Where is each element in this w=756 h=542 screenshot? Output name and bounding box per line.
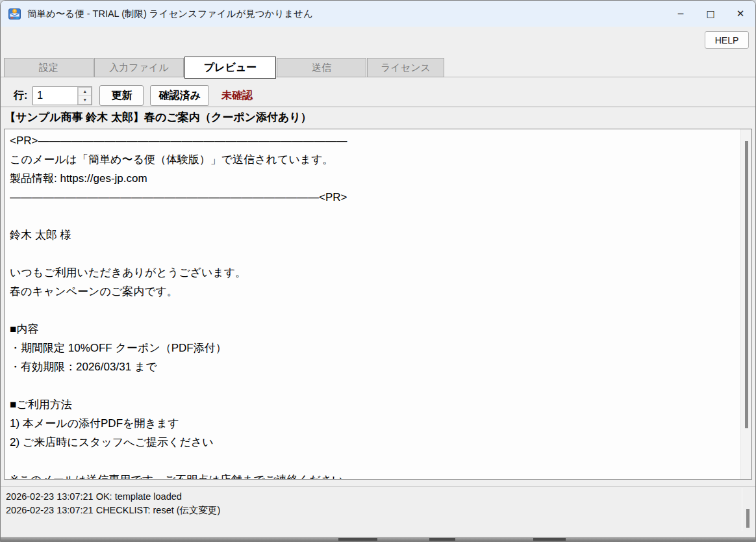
stepper-down-button[interactable]: ▼ [78,96,92,105]
body-line: 2) ご来店時にスタッフへご提示ください [10,433,740,452]
mail-body-preview[interactable]: <PR>―――――――――――――――――――――――――――― このメールは「… [4,129,752,480]
tab-settings[interactable]: 設定 [4,58,94,77]
body-line: 製品情報: https://ges-jp.com [10,169,740,188]
minimize-icon: ─ [678,8,683,19]
body-line [10,244,740,263]
mail-subject: 【サンプル商事 鈴木 太郎】春のご案内（クーポン添付あり） [5,110,312,125]
window-bottom-edge [1,537,755,541]
status-log: 2026-02-23 13:07:21 OK: template loaded … [1,486,755,534]
tab-license[interactable]: ライセンス [367,58,444,77]
tab-preview[interactable]: プレビュー [184,57,276,79]
body-line: 鈴木 太郎 様 [10,226,740,244]
help-button-label: HELP [715,35,739,45]
app-icon [8,8,21,19]
close-button[interactable]: ✕ [725,1,755,27]
chevron-down-icon: ▼ [82,97,87,102]
body-line: いつもご利用いただきありがとうございます。 [10,263,740,282]
log-line: 2026-02-23 13:07:21 CHECKLIST: reset (伝文… [6,504,740,517]
stepper-buttons: ▲ ▼ [77,87,92,105]
titlebar: 簡単め〜る便 - TRIAL (制限) ライセンスファイルが見つかりません ─ … [1,1,755,27]
status-scrollbar-thumb[interactable] [746,509,750,528]
body-line [10,376,740,395]
preview-scrollbar[interactable] [740,129,751,479]
update-button[interactable]: 更新 [99,85,144,106]
row-number-stepper: ▲ ▼ [32,86,92,105]
confirmed-button[interactable]: 確認済み [150,85,209,106]
tab-send[interactable]: 送信 [277,58,366,77]
close-icon: ✕ [737,8,745,19]
body-line: このメールは「簡単め〜る便（体験版）」で送信されています。 [10,150,740,169]
body-line: ・期間限定 10%OFF クーポン（PDF添付） [10,339,740,357]
body-line [10,301,740,320]
app-window: 簡単め〜る便 - TRIAL (制限) ライセンスファイルが見つかりません ─ … [0,0,756,542]
body-line [10,207,740,226]
taskbar-sliver [429,538,455,541]
preview-scrollbar-thumb[interactable] [745,141,748,428]
tab-strip: 設定 入力ファイル プレビュー 送信 ライセンス [4,57,445,77]
stepper-up-button[interactable]: ▲ [78,87,92,96]
taskbar-sliver [533,538,566,541]
status-scrollbar[interactable] [742,488,752,531]
maximize-icon: □ [706,8,714,19]
body-line: ――――――――――――――――――――――――――――<PR> [10,188,740,207]
window-controls: ─ □ ✕ [666,1,755,27]
row-number-input[interactable] [33,87,77,105]
help-button[interactable]: HELP [705,31,749,49]
body-line: <PR>―――――――――――――――――――――――――――― [10,131,740,150]
toolbar-divider [1,107,755,107]
body-line [10,452,740,471]
body-line: ・有効期限：2026/03/31 まで [10,357,740,376]
preview-toolbar: 行: ▲ ▼ 更新 確認済み 未確認 [1,84,755,107]
body-line: ※このメールは送信専用です。ご不明点は店舗までご連絡ください。 [10,471,740,480]
mail-body-text: <PR>―――――――――――――――――――――――――――― このメールは「… [5,129,740,480]
tab-input-file[interactable]: 入力ファイル [94,58,184,77]
body-line: 1) 本メールの添付PDFを開きます [10,414,740,433]
body-line: ■内容 [10,320,740,339]
taskbar-sliver [338,538,377,541]
body-line: 春のキャンペーンのご案内です。 [10,282,740,301]
row-number-label: 行: [14,89,27,103]
window-title: 簡単め〜る便 - TRIAL (制限) ライセンスファイルが見つかりません [27,8,313,20]
body-line: ■ご利用方法 [10,395,740,414]
check-status-badge: 未確認 [221,89,253,103]
log-line: 2026-02-23 13:07:21 OK: template loaded [6,490,740,504]
status-log-lines: 2026-02-23 13:07:21 OK: template loaded … [1,487,755,517]
chevron-up-icon: ▲ [82,89,87,94]
maximize-button[interactable]: □ [696,1,725,27]
minimize-button[interactable]: ─ [666,1,696,27]
